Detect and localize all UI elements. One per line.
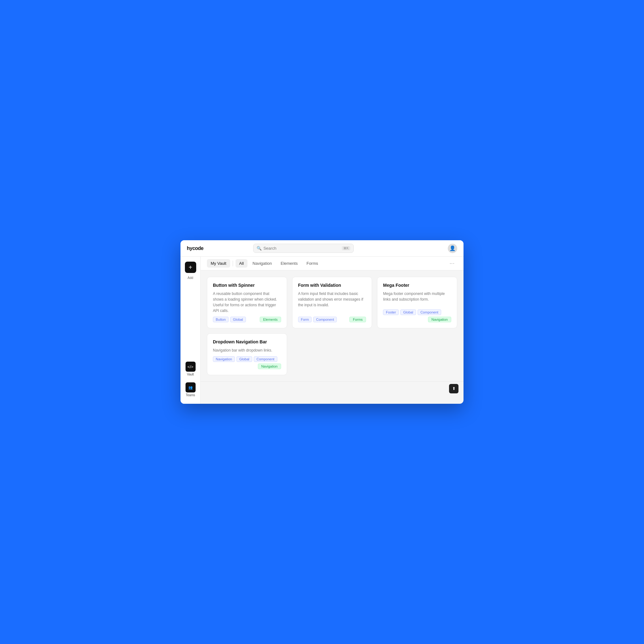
card-description: A reusable button component that shows a… (213, 291, 281, 314)
tag-form: Form (298, 317, 312, 322)
card-description: Navigation bar with dropdown links. (213, 347, 281, 353)
tag-navigation: Navigation (213, 356, 235, 362)
teams-label: Teams (186, 393, 195, 397)
card-mega-footer[interactable]: Mega Footer Mega footer component with m… (377, 277, 457, 328)
card-title: Mega Footer (383, 283, 451, 288)
add-button[interactable]: + (185, 262, 196, 273)
vault-label: Vault (187, 373, 194, 376)
tag-category: Navigation (428, 317, 451, 322)
search-bar[interactable]: 🔍 ⌘K (253, 244, 354, 253)
tag-button: Button (213, 317, 229, 322)
header: hycode 🔍 ⌘K 👤 (180, 240, 464, 257)
tag-category: Elements (260, 317, 281, 322)
tab-forms[interactable]: Forms (303, 259, 322, 268)
tab-elements[interactable]: Elements (277, 259, 302, 268)
tag-footer: Footer (383, 309, 399, 315)
search-icon: 🔍 (257, 246, 262, 251)
tag-component: Component (254, 356, 277, 362)
sidebar: + Add </> Vault 👥 Teams (180, 257, 201, 404)
main-layout: + Add </> Vault 👥 Teams My Vault All Nav… (180, 257, 464, 404)
tab-all[interactable]: All (236, 259, 247, 268)
tag-category: Navigation (258, 364, 281, 369)
card-form-validation[interactable]: Form with Validation A form input field … (292, 277, 372, 328)
tabs-bar: My Vault All Navigation Elements Forms ·… (201, 257, 464, 270)
search-input[interactable] (264, 246, 340, 251)
app-logo: hycode (187, 246, 203, 251)
tag-component: Component (313, 317, 337, 322)
sidebar-item-vault[interactable]: </> Vault (182, 360, 199, 378)
tag-global: Global (236, 356, 252, 362)
bottom-action-button[interactable]: ⬆ (449, 384, 458, 393)
add-label: Add (188, 276, 193, 280)
card-description: A form input field that includes basic v… (298, 291, 366, 314)
tag-category: Forms (349, 317, 366, 322)
card-tags: Button Global Elements (213, 317, 281, 322)
tag-component: Component (418, 309, 441, 315)
app-window: hycode 🔍 ⌘K 👤 + Add </> Vault 👥 Teams (180, 240, 464, 404)
card-description: Mega footer component with multiple link… (383, 291, 451, 306)
sidebar-item-teams[interactable]: 👥 Teams (182, 380, 199, 399)
tag-global: Global (230, 317, 246, 322)
tab-divider (233, 261, 233, 266)
tab-my-vault[interactable]: My Vault (207, 259, 230, 268)
card-tags: Form Component Forms (298, 317, 366, 322)
card-title: Button with Spinner (213, 283, 281, 288)
tag-global: Global (400, 309, 416, 315)
header-right: 👤 (448, 244, 457, 253)
card-button-spinner[interactable]: Button with Spinner A reusable button co… (207, 277, 287, 328)
vault-icon: </> (186, 362, 196, 372)
content: My Vault All Navigation Elements Forms ·… (201, 257, 464, 404)
card-title: Form with Validation (298, 283, 366, 288)
card-tags: Navigation Global Component Navigation (213, 356, 281, 369)
search-shortcut: ⌘K (342, 246, 350, 250)
card-tags: Footer Global Component Navigation (383, 309, 451, 322)
teams-icon: 👥 (186, 382, 196, 392)
card-dropdown-nav[interactable]: Dropdown Navigation Bar Navigation bar w… (207, 333, 287, 375)
card-title: Dropdown Navigation Bar (213, 339, 281, 344)
tab-navigation[interactable]: Navigation (249, 259, 275, 268)
cards-area: Button with Spinner A reusable button co… (201, 270, 464, 381)
tabs-more-button[interactable]: ··· (447, 259, 457, 268)
user-avatar[interactable]: 👤 (448, 244, 457, 253)
bottom-bar: ⬆ (201, 381, 464, 395)
